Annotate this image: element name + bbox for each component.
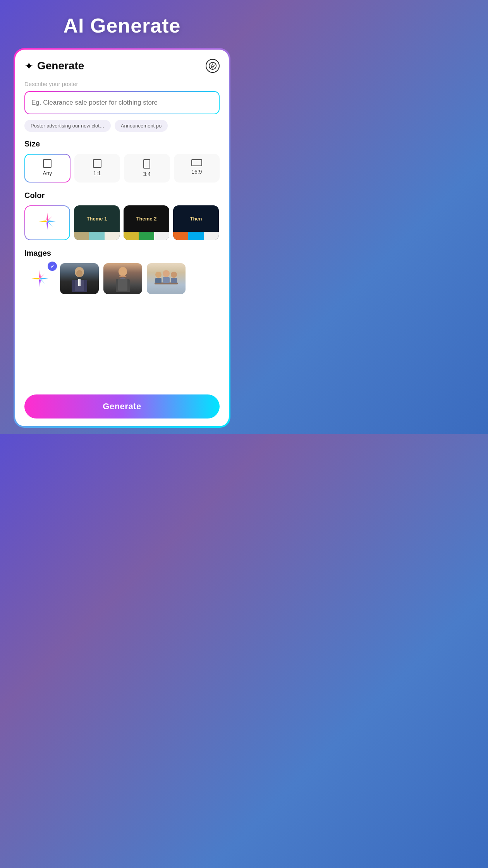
color-theme2[interactable]: Theme 2 (124, 205, 169, 240)
poster-label: Describe your poster (24, 81, 220, 87)
color-ai[interactable] (24, 205, 70, 240)
svg-rect-25 (118, 279, 127, 291)
theme2-bar3 (154, 232, 169, 240)
theme3-top: Then (173, 205, 219, 232)
svg-point-2 (212, 64, 213, 65)
suggestion-chip-2[interactable]: Announcement po (115, 120, 168, 132)
images-label: Images (24, 249, 220, 258)
theme1-bars (74, 232, 120, 240)
svg-marker-14 (31, 278, 40, 279)
size-any[interactable]: Any (24, 154, 70, 183)
svg-point-27 (155, 272, 162, 278)
ai-selected-badge: ✓ (48, 262, 57, 271)
svg-marker-10 (47, 221, 53, 227)
color-row: Theme 1 Theme 2 (24, 205, 220, 240)
svg-point-3 (213, 65, 215, 66)
svg-marker-9 (47, 216, 53, 221)
palette-button[interactable] (206, 59, 220, 73)
suggestions-row: Poster advertising our new clot… Announc… (24, 120, 220, 132)
theme3-label: Then (190, 216, 202, 222)
poster-input-wrapper[interactable] (24, 91, 220, 114)
svg-point-1 (211, 65, 212, 66)
person1-overlay (60, 263, 99, 294)
svg-point-18 (76, 270, 82, 277)
svg-marker-13 (39, 279, 41, 287)
svg-marker-15 (40, 273, 45, 279)
color-theme1[interactable]: Theme 1 (74, 205, 120, 240)
svg-rect-30 (155, 278, 162, 283)
svg-marker-8 (39, 220, 47, 222)
size-16-9[interactable]: 16:9 (174, 154, 220, 183)
card-title: Generate (37, 60, 84, 72)
color-ai-sparkle (37, 211, 57, 235)
svg-rect-32 (171, 278, 177, 283)
theme1-bar3 (105, 232, 120, 240)
svg-point-4 (213, 66, 214, 67)
svg-rect-31 (163, 277, 170, 283)
svg-marker-7 (46, 221, 48, 230)
theme1-bar2 (89, 232, 104, 240)
page-title: AI Generate (64, 14, 181, 37)
person2-overlay (103, 263, 142, 294)
theme2-label: Theme 2 (136, 216, 157, 222)
size-3-4[interactable]: 3:4 (124, 154, 170, 183)
color-label: Color (24, 191, 220, 200)
card-header-left: ✦ Generate (24, 60, 84, 72)
image-person1[interactable] (60, 263, 99, 294)
theme3-bar2 (188, 232, 203, 240)
sparkle-icon: ✦ (24, 60, 33, 72)
image-person2[interactable] (103, 263, 142, 294)
theme2-bar1 (124, 232, 139, 240)
size-3-4-label: 3:4 (143, 171, 151, 177)
image-person3[interactable] (147, 263, 186, 294)
theme1-bar1 (74, 232, 89, 240)
main-card: ✦ Generate Describe your poster Poster (15, 50, 229, 426)
theme3-bars (173, 232, 219, 240)
theme2-top: Theme 2 (124, 205, 169, 232)
size-16-9-icon (191, 159, 202, 166)
svg-point-23 (119, 267, 127, 276)
generate-button[interactable]: Generate (24, 394, 220, 418)
images-row: ✓ (24, 263, 220, 294)
theme3-bar3 (204, 232, 219, 240)
main-card-wrapper: ✦ Generate Describe your poster Poster (14, 48, 230, 428)
theme1-top: Theme 1 (74, 205, 120, 232)
theme3-bar1 (173, 232, 188, 240)
theme2-bars (124, 232, 169, 240)
svg-point-28 (163, 270, 170, 277)
size-1-1-label: 1:1 (93, 170, 101, 176)
size-1-1[interactable]: 1:1 (74, 154, 120, 183)
theme2-bar2 (139, 232, 154, 240)
size-any-icon (43, 159, 52, 168)
poster-input[interactable] (31, 99, 213, 107)
size-3-4-icon (143, 159, 150, 169)
suggestion-chip-1[interactable]: Poster advertising our new clot… (24, 120, 111, 132)
svg-marker-16 (40, 279, 45, 284)
size-1-1-icon (93, 159, 101, 168)
size-row: Any 1:1 3:4 16:9 (24, 154, 220, 183)
theme1-label: Theme 1 (87, 216, 107, 222)
size-any-label: Any (43, 170, 52, 176)
svg-point-29 (171, 272, 177, 278)
color-theme3[interactable]: Then (173, 205, 219, 240)
size-label: Size (24, 140, 220, 148)
card-header: ✦ Generate (24, 59, 220, 73)
person3-overlay (147, 263, 186, 294)
size-16-9-label: 16:9 (191, 169, 202, 175)
image-ai[interactable]: ✓ (24, 263, 55, 294)
